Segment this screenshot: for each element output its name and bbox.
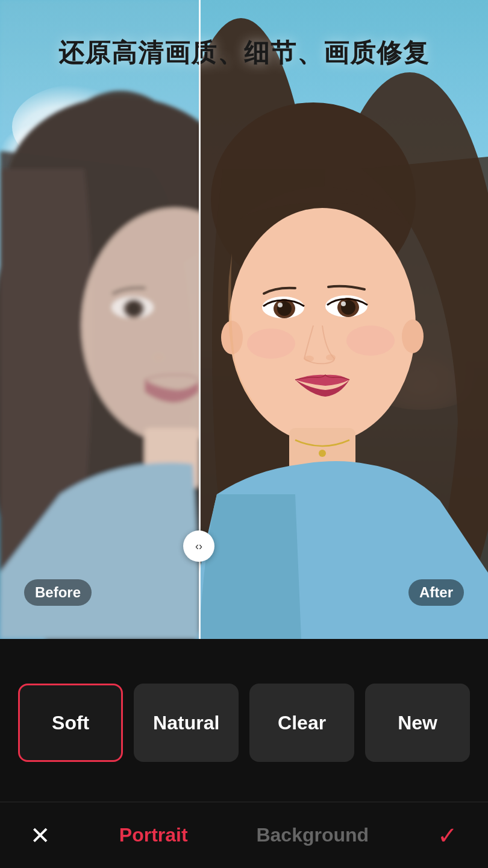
svg-point-14 — [341, 301, 346, 306]
page-title: 还原高清画质、细节、画质修复 — [0, 36, 488, 70]
filter-options-row: Soft Natural Clear New — [0, 639, 488, 802]
close-button[interactable]: ✕ — [30, 823, 51, 848]
svg-point-17 — [247, 329, 295, 359]
image-comparison-section: 还原高清画质、细节、画质修复 ‹› Before After — [0, 0, 488, 639]
filter-new-button[interactable]: New — [365, 684, 470, 762]
svg-rect-30 — [0, 0, 199, 639]
svg-point-16 — [326, 354, 336, 360]
svg-point-21 — [402, 319, 424, 353]
comparison-handle[interactable]: ‹› — [183, 530, 214, 562]
bottom-nav-bar: ✕ Portrait Background ✓ — [0, 802, 488, 868]
filter-soft-button[interactable]: Soft — [18, 684, 123, 762]
svg-point-15 — [304, 356, 314, 362]
background-tab[interactable]: Background — [256, 824, 369, 846]
portrait-illustration — [0, 0, 488, 639]
svg-point-18 — [346, 326, 395, 356]
portrait-tab[interactable]: Portrait — [119, 824, 188, 846]
svg-point-10 — [278, 303, 283, 307]
filter-clear-button[interactable]: Clear — [249, 684, 354, 762]
confirm-button[interactable]: ✓ — [437, 822, 458, 849]
after-label: After — [408, 579, 464, 606]
bottom-panel: Soft Natural Clear New ✕ Portrait Backgr… — [0, 639, 488, 868]
filter-natural-button[interactable]: Natural — [134, 684, 239, 762]
arrows-icon: ‹› — [195, 540, 202, 553]
before-label: Before — [24, 579, 92, 606]
svg-point-19 — [319, 450, 326, 457]
